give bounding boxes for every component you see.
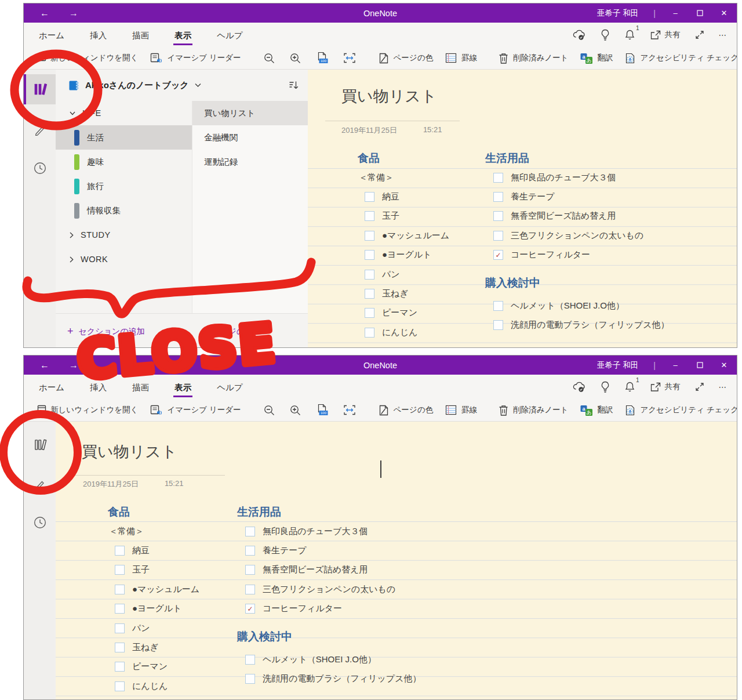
page-item[interactable]: 金融機関 <box>192 125 308 150</box>
page-item[interactable]: 運動記録 <box>192 150 308 174</box>
checkbox[interactable] <box>115 604 125 614</box>
checkbox[interactable] <box>493 320 503 330</box>
page-title[interactable]: 買い物リスト <box>341 86 437 107</box>
section-item[interactable]: 趣味 <box>56 150 192 174</box>
section-group-work[interactable]: WORK <box>56 247 192 271</box>
checkbox-checked[interactable] <box>245 604 255 614</box>
notebook-header[interactable]: Akikoさんのノートブック <box>56 70 308 101</box>
checkbox[interactable] <box>245 655 255 665</box>
checkbox[interactable] <box>245 546 255 556</box>
immersive-reader-button[interactable]: イマーシブ リーダー <box>144 52 246 64</box>
fullscreen-expand-icon[interactable] <box>694 30 705 40</box>
checkbox[interactable] <box>245 527 255 536</box>
translate-button[interactable]: aあ翻訳 <box>574 404 619 416</box>
zoom-100-button[interactable]: 100 <box>308 52 336 64</box>
sync-status-icon[interactable] <box>572 381 586 393</box>
zoom-100-button[interactable]: 100 <box>308 404 336 416</box>
notebooks-nav-toggle-button[interactable] <box>24 74 56 104</box>
accessibility-check-button[interactable]: アクセシビリティ チェック <box>619 404 737 416</box>
page-color-button[interactable]: ページの色 <box>372 404 439 416</box>
page-color-button[interactable]: ページの色 <box>372 52 439 64</box>
checkbox[interactable] <box>493 192 503 202</box>
checkbox[interactable] <box>365 270 374 280</box>
translate-button[interactable]: aあ翻訳 <box>574 52 619 64</box>
tab-draw[interactable]: 描画 <box>131 377 150 397</box>
checkbox[interactable] <box>115 623 125 633</box>
tips-lightbulb-icon[interactable] <box>600 381 610 393</box>
recent-edits-button[interactable] <box>24 469 56 499</box>
fullscreen-expand-icon[interactable] <box>694 382 705 392</box>
section-item[interactable]: 情報収集 <box>56 198 192 223</box>
zoom-in-button[interactable] <box>282 52 308 64</box>
notebook-name[interactable]: Akikoさんのノートブック <box>85 80 189 91</box>
add-section-button[interactable]: +セクションの追加 <box>67 325 144 338</box>
add-page-button[interactable]: +ページの追加 <box>200 325 261 338</box>
tab-help[interactable]: ヘルプ <box>216 377 244 397</box>
zoom-in-button[interactable] <box>282 404 308 416</box>
page-canvas[interactable]: 買い物リスト 2019年11月25日 15:21 食品 ＜常備＞ 納豆 玉子 ●… <box>308 70 737 348</box>
tab-view[interactable]: 表示 <box>173 25 192 45</box>
tab-home[interactable]: ホーム <box>38 25 66 45</box>
tab-insert[interactable]: 挿入 <box>89 25 108 45</box>
checkbox[interactable] <box>365 231 374 241</box>
checkbox[interactable] <box>115 546 125 556</box>
section-item[interactable]: 生活 <box>56 125 192 150</box>
share-button[interactable]: 共有 <box>649 382 681 393</box>
notifications-bell-icon[interactable]: 1 <box>624 381 635 393</box>
accessibility-check-button[interactable]: アクセシビリティ チェック <box>619 52 737 64</box>
checkbox[interactable] <box>115 662 125 672</box>
section-group-life[interactable]: LIFE <box>56 101 192 125</box>
ruled-lines-button[interactable]: 罫線 <box>439 404 483 416</box>
recent-notes-button[interactable] <box>24 153 56 183</box>
checkbox[interactable] <box>365 308 374 318</box>
checkbox[interactable] <box>245 674 255 684</box>
checkbox[interactable] <box>493 231 503 241</box>
ruled-lines-button[interactable]: 罫線 <box>439 52 483 64</box>
checkbox[interactable] <box>493 173 503 183</box>
zoom-out-button[interactable] <box>256 404 282 416</box>
zoom-out-button[interactable] <box>256 52 282 64</box>
checkbox[interactable] <box>365 289 374 299</box>
section-item[interactable]: 旅行 <box>56 174 192 198</box>
checkbox[interactable] <box>493 301 503 311</box>
more-options-icon[interactable]: ⋯ <box>719 30 727 39</box>
checkbox[interactable] <box>115 565 125 575</box>
tab-draw[interactable]: 描画 <box>131 25 150 45</box>
notebooks-nav-toggle-button[interactable] <box>24 430 56 460</box>
page-width-button[interactable] <box>336 52 363 64</box>
notifications-bell-icon[interactable]: 1 <box>624 29 635 41</box>
checkbox[interactable] <box>365 192 374 202</box>
tab-insert[interactable]: 挿入 <box>89 377 108 397</box>
page-canvas[interactable]: 買い物リスト 2019年11月25日 15:21 食品 ＜常備＞ 納豆 玉子 ●… <box>56 422 737 700</box>
checkbox[interactable] <box>365 250 374 260</box>
page-width-button[interactable] <box>336 404 363 416</box>
immersive-reader-button[interactable]: イマーシブ リーダー <box>144 404 246 416</box>
deleted-notes-button[interactable]: 削除済みノート <box>492 52 574 64</box>
checkbox[interactable] <box>115 643 125 652</box>
checkbox[interactable] <box>365 211 374 221</box>
checkbox[interactable] <box>245 585 255 594</box>
checkbox[interactable] <box>365 328 374 338</box>
tips-lightbulb-icon[interactable] <box>600 29 610 41</box>
checkbox[interactable] <box>115 585 125 594</box>
checkbox[interactable] <box>245 565 255 575</box>
recent-notes-button[interactable] <box>24 507 56 538</box>
checklist-item: パン <box>108 618 232 637</box>
page-item[interactable]: 買い物リスト <box>192 101 308 125</box>
tab-help[interactable]: ヘルプ <box>216 25 244 45</box>
sync-status-icon[interactable] <box>572 29 586 41</box>
more-options-icon[interactable]: ⋯ <box>719 382 727 391</box>
new-window-button[interactable]: 新しいウィンドウを開く <box>28 404 144 416</box>
deleted-notes-button[interactable]: 削除済みノート <box>492 404 574 416</box>
checkbox[interactable] <box>493 211 503 221</box>
page-title[interactable]: 買い物リスト <box>82 441 177 462</box>
checkbox-checked[interactable] <box>493 250 503 260</box>
tab-home[interactable]: ホーム <box>38 377 66 397</box>
new-window-button[interactable]: 新しいウィンドウを開く <box>28 52 144 64</box>
sort-pages-icon[interactable] <box>288 80 300 90</box>
section-group-study[interactable]: STUDY <box>56 223 192 247</box>
recent-edits-button[interactable] <box>24 115 56 145</box>
tab-view[interactable]: 表示 <box>173 377 192 397</box>
checkbox[interactable] <box>115 681 125 691</box>
share-button[interactable]: 共有 <box>649 30 681 41</box>
